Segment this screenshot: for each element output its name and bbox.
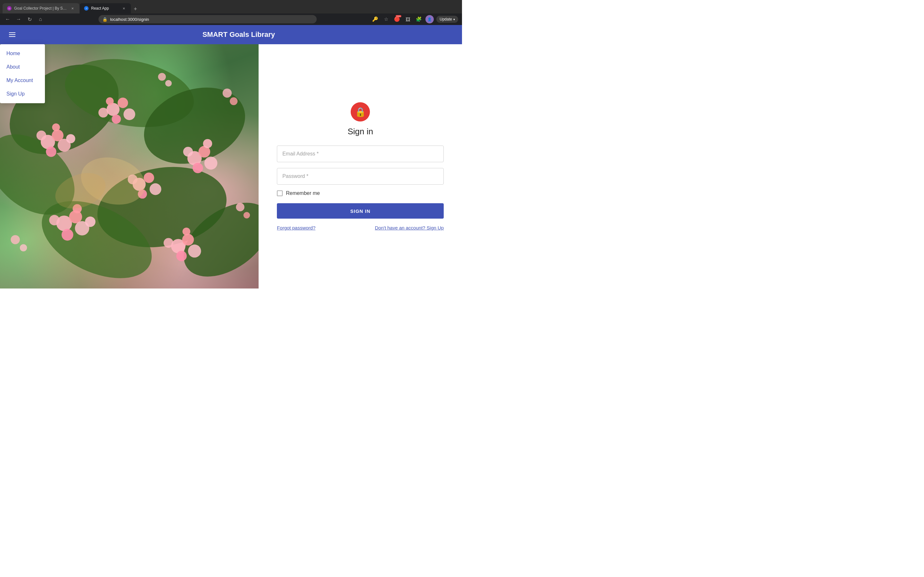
dropdown-menu: Home About My Account Sign Up — [0, 44, 45, 103]
signin-side: 🔒 Sign in Remember me SIGN IN Forgot pas… — [258, 44, 462, 288]
hamburger-line-1 — [9, 32, 15, 33]
tab-favicon-1: G — [7, 6, 11, 11]
address-bar[interactable]: 🔒 localhost:3000/signin — [99, 15, 317, 23]
svg-point-35 — [188, 245, 201, 258]
svg-point-24 — [203, 139, 212, 148]
browser-tab-1[interactable]: G Goal Collector Project | By Sta... ✕ — [3, 3, 79, 13]
lock-icon: 🔒 — [351, 102, 370, 121]
new-tab-button[interactable]: + — [131, 5, 140, 13]
hamburger-button[interactable] — [6, 30, 18, 39]
signin-button[interactable]: SIGN IN — [277, 203, 444, 219]
svg-point-36 — [176, 251, 187, 261]
svg-point-10 — [46, 147, 57, 157]
tab-close-2[interactable]: ✕ — [121, 6, 126, 11]
svg-point-47 — [165, 80, 172, 87]
star-icon[interactable]: ☆ — [382, 15, 390, 23]
notification-icon[interactable]: 🔴 11m — [393, 15, 401, 23]
tab-close-1[interactable]: ✕ — [70, 6, 75, 11]
app-title: SMART Goals Library — [22, 31, 456, 39]
browser-actions: 🔑 ☆ 🔴 11m 🖼 🧩 👤 Update ▾ — [371, 15, 458, 23]
svg-point-23 — [192, 163, 203, 173]
svg-point-49 — [230, 97, 237, 105]
signin-box: 🔒 Sign in Remember me SIGN IN Forgot pas… — [277, 102, 444, 230]
browser-addressbar: ← → ↻ ⌂ 🔒 localhost:3000/signin 🔑 ☆ 🔴 11… — [0, 13, 462, 25]
tab-title-2: React App — [91, 6, 119, 11]
nav-item-sign-up[interactable]: Sign Up — [0, 87, 45, 101]
svg-point-30 — [49, 215, 60, 226]
back-button[interactable]: ← — [4, 15, 11, 23]
extensions-icon[interactable]: 🧩 — [415, 15, 423, 23]
signin-icon-wrapper: 🔒 — [277, 102, 444, 121]
key-icon: 🔑 — [371, 15, 379, 23]
nav-item-my-account[interactable]: My Account — [0, 74, 45, 87]
svg-point-16 — [124, 108, 136, 120]
svg-point-46 — [158, 73, 166, 81]
hamburger-line-2 — [9, 34, 15, 35]
svg-point-50 — [11, 235, 19, 244]
svg-point-40 — [144, 172, 154, 183]
nav-item-home[interactable]: Home — [0, 47, 45, 60]
home-button[interactable]: ⌂ — [37, 15, 44, 23]
remember-row: Remember me — [277, 190, 444, 196]
browser-chrome: G Goal Collector Project | By Sta... ✕ ⚛… — [0, 0, 462, 13]
browser-tab-2[interactable]: ⚛ React App ✕ — [79, 3, 131, 13]
svg-point-15 — [118, 98, 128, 108]
svg-point-34 — [182, 234, 194, 245]
svg-point-41 — [150, 183, 162, 195]
svg-point-51 — [20, 244, 27, 251]
app-header: SMART Goals Library — [0, 25, 462, 44]
svg-point-32 — [85, 216, 95, 227]
svg-point-22 — [204, 157, 218, 170]
forgot-password-link[interactable]: Forgot password? — [277, 225, 315, 230]
signin-title: Sign in — [277, 127, 444, 137]
tab-title-1: Goal Collector Project | By Sta... — [14, 6, 67, 11]
reload-button[interactable]: ↻ — [26, 15, 33, 23]
forward-button[interactable]: → — [15, 15, 23, 23]
remember-checkbox[interactable] — [277, 190, 283, 196]
svg-point-25 — [183, 147, 193, 156]
svg-point-19 — [106, 97, 113, 105]
svg-point-29 — [61, 229, 73, 241]
svg-point-11 — [66, 134, 75, 143]
svg-point-52 — [236, 203, 244, 211]
email-field[interactable] — [277, 145, 444, 162]
update-button[interactable]: Update ▾ — [436, 16, 458, 23]
svg-point-13 — [52, 123, 60, 131]
signup-link[interactable]: Don't have an account? Sign Up — [375, 225, 444, 230]
app: SMART Goals Library Home About My Accoun… — [0, 25, 462, 288]
svg-point-12 — [37, 131, 46, 140]
svg-point-48 — [223, 89, 232, 97]
browser-tabs: G Goal Collector Project | By Sta... ✕ ⚛… — [3, 0, 459, 13]
tab-favicon-2: ⚛ — [84, 6, 89, 11]
svg-point-37 — [164, 238, 173, 248]
svg-point-53 — [244, 212, 250, 218]
remember-label[interactable]: Remember me — [286, 190, 320, 196]
signin-links: Forgot password? Don't have an account? … — [277, 225, 444, 230]
address-text: localhost:3000/signin — [110, 17, 313, 22]
svg-point-38 — [183, 227, 190, 235]
svg-point-18 — [99, 108, 108, 117]
screenshot-icon[interactable]: 🖼 — [404, 15, 412, 23]
svg-point-17 — [111, 114, 121, 123]
main-content: Home About My Account Sign Up — [0, 44, 462, 288]
hamburger-line-3 — [9, 36, 15, 37]
password-field[interactable] — [277, 168, 444, 185]
nav-item-about[interactable]: About — [0, 60, 45, 74]
profile-avatar[interactable]: 👤 — [425, 15, 434, 23]
